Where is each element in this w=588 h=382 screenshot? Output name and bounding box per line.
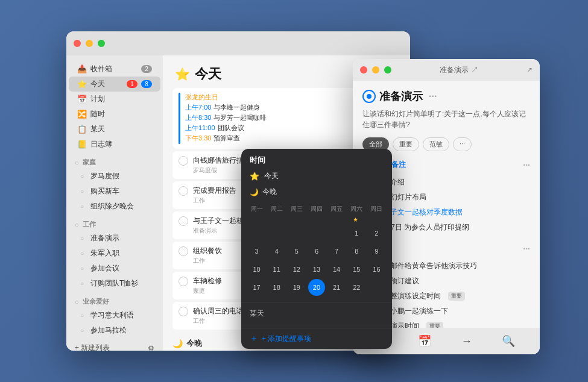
pres-label: 准备演示: [90, 233, 152, 243]
close-button[interactable]: [74, 40, 81, 47]
cal-empty1: [248, 225, 265, 242]
cal-day-16[interactable]: 16: [368, 261, 385, 278]
cal-day-23[interactable]: [368, 279, 385, 296]
settings-button[interactable]: ⚙: [148, 344, 154, 351]
arrow-footer-button[interactable]: →: [461, 335, 472, 348]
planned-icon: 📅: [77, 95, 87, 104]
birthday-label: 张龙的生日: [185, 93, 218, 102]
detail-title-expand-icon: ↗: [526, 66, 533, 74]
cal-today-nav[interactable]: ⭐ 今天: [250, 169, 384, 183]
cal-day-6[interactable]: 6: [308, 243, 325, 260]
sidebar-item-someday[interactable]: 📋 某天: [69, 122, 160, 137]
cal-day-4[interactable]: 4: [268, 243, 285, 260]
search-footer-button[interactable]: 🔍: [502, 334, 515, 348]
task-checkbox-catering[interactable]: [179, 246, 188, 256]
sidebar-item-presentation[interactable]: ○ 准备演示: [69, 231, 160, 246]
sidebar-item-tshirt[interactable]: ○ 订购团队T恤衫: [69, 276, 160, 291]
cal-day-11[interactable]: 11: [268, 261, 285, 278]
meeting-label: 参加会议: [90, 263, 152, 274]
car-label: 购买新车: [90, 186, 152, 196]
slides-dots[interactable]: ···: [523, 160, 530, 170]
new-list-label: + 新建列表: [75, 343, 110, 351]
cal-moon-icon: 🌙: [250, 188, 259, 196]
cal-day-15[interactable]: 15: [348, 261, 365, 278]
tshirt-label: 订购团队T恤衫: [90, 278, 152, 289]
sidebar-item-inbox[interactable]: 📥 收件箱 2: [69, 61, 160, 77]
task-checkbox[interactable]: [179, 156, 188, 166]
marathon-icon: ○: [77, 326, 87, 336]
cal-empty2: [268, 225, 285, 242]
cal-day-20[interactable]: 20: [308, 279, 325, 296]
sidebar-item-car[interactable]: ○ 购买新车: [69, 184, 160, 199]
sidebar-item-logbook[interactable]: 📒 日志簿: [69, 137, 160, 152]
team-text: 团队会议: [218, 124, 244, 133]
sidebar-item-planned[interactable]: 📅 计划: [69, 92, 160, 107]
cal-day-14[interactable]: 14: [328, 261, 345, 278]
cal-day-19[interactable]: 19: [288, 279, 305, 296]
sidebar-item-meeting[interactable]: ○ 参加会议: [69, 261, 160, 276]
new-list-button[interactable]: + 新建列表: [75, 343, 110, 351]
cal-day-18[interactable]: 18: [268, 279, 285, 296]
moon-icon: 🌙: [172, 339, 183, 348]
task-checkbox-expense[interactable]: [179, 186, 188, 196]
party-label: 组织除夕晚会: [90, 201, 152, 211]
onboard-icon: ○: [77, 249, 87, 258]
cal-today-label: 今天: [264, 171, 279, 181]
detail-close-button[interactable]: [360, 66, 367, 74]
detail-circle-icon: [362, 90, 376, 103]
tag-person[interactable]: 范敏: [423, 137, 449, 151]
coffee-time: 上午8:30: [185, 113, 211, 122]
cal-add-icon: ＋: [250, 333, 258, 344]
sidebar-item-anytime[interactable]: 🔀 随时: [69, 107, 160, 122]
someday-icon: 📋: [77, 125, 87, 134]
weekday-fri: 周五: [326, 203, 346, 215]
group-family: ○ 家庭: [66, 152, 163, 169]
cal-footer[interactable]: ＋ + 添加提醒事项: [241, 328, 392, 349]
cal-day-3[interactable]: 3: [248, 243, 265, 260]
tag-important-badge: 重要: [448, 292, 465, 301]
group-work: ○ 工作: [66, 214, 163, 231]
tag-more[interactable]: ···: [453, 137, 472, 151]
sidebar: 📥 收件箱 2 ⭐ 今天 1 8 📅 计划 🔀 随时: [66, 55, 163, 351]
detail-maximize-button[interactable]: [384, 66, 391, 74]
sidebar-item-today[interactable]: ⭐ 今天 1 8: [69, 77, 160, 92]
cal-day-17[interactable]: 17: [248, 279, 265, 296]
cal-day-1[interactable]: 1: [348, 225, 365, 242]
sidebar-item-marathon[interactable]: ○ 参加马拉松: [69, 323, 160, 338]
maximize-button[interactable]: [98, 40, 105, 47]
group-hobby-label: 业余爱好: [83, 297, 109, 306]
minimize-button[interactable]: [86, 40, 93, 47]
cal-day-12[interactable]: 12: [288, 261, 305, 278]
task-checkbox-call[interactable]: [179, 307, 188, 316]
sidebar-item-party[interactable]: ○ 组织除夕晚会: [69, 199, 160, 214]
cal-day-9[interactable]: 9: [368, 243, 385, 260]
cal-day-10[interactable]: 10: [248, 261, 265, 278]
cal-day-7[interactable]: 7: [328, 243, 345, 260]
cal-empty3: [288, 225, 305, 242]
prepare-dots[interactable]: ···: [523, 244, 530, 254]
cal-day-2[interactable]: 2: [368, 225, 385, 242]
cal-day-5[interactable]: 5: [288, 243, 305, 260]
cal-day-22[interactable]: 22: [348, 279, 365, 296]
anytime-label: 随时: [90, 109, 152, 119]
tag-important[interactable]: 重要: [393, 137, 419, 151]
main-titlebar: [66, 31, 410, 55]
cal-day-13[interactable]: 13: [308, 261, 325, 278]
detail-minimize-button[interactable]: [372, 66, 379, 74]
task-checkbox-data[interactable]: [179, 216, 188, 226]
calendar-footer-button[interactable]: 📅: [418, 334, 431, 348]
work-group-icon: ○: [75, 221, 79, 228]
gym-text: 与李峰一起健身: [213, 103, 260, 112]
meeting-icon: ○: [77, 264, 87, 274]
sidebar-item-vacation[interactable]: ○ 罗马度假: [69, 169, 160, 184]
sidebar-footer: + 新建列表 ⚙: [66, 338, 163, 351]
sidebar-item-italian[interactable]: ○ 学习意大利语: [69, 308, 160, 323]
sidebar-item-onboard[interactable]: ○ 朱军入职: [69, 246, 160, 261]
detail-task-name: 准备演示: [379, 89, 423, 104]
cal-day-21[interactable]: 21: [328, 279, 345, 296]
task-checkbox-car[interactable]: [179, 277, 188, 286]
settings-icon: ⚙: [148, 344, 154, 351]
cal-weekdays: 周一 周二 周三 周四 周五 周六 周日: [241, 203, 392, 215]
cal-day-8[interactable]: 8: [348, 243, 365, 260]
anytime-icon: 🔀: [77, 110, 87, 119]
